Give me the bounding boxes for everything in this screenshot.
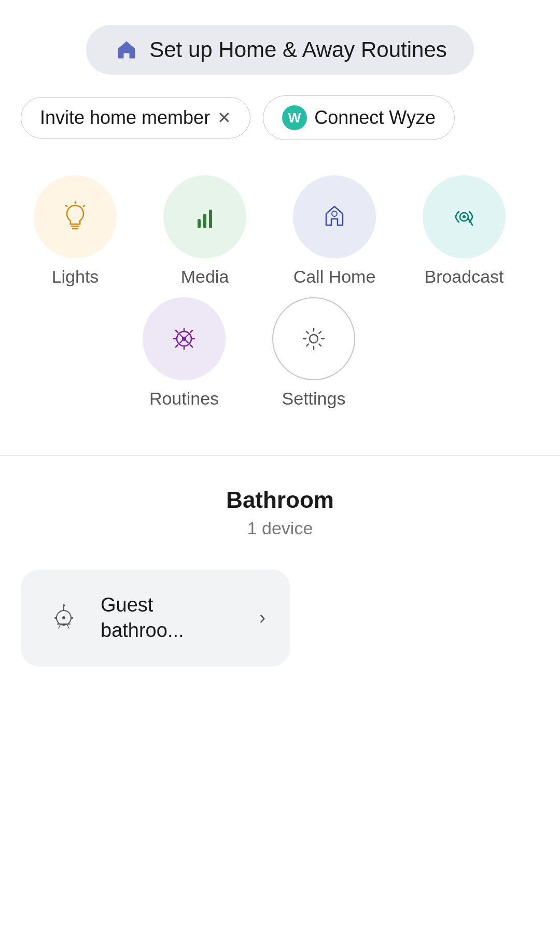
invite-chip-label: Invite home member xyxy=(40,107,210,129)
svg-line-19 xyxy=(190,330,192,333)
broadcast-icon xyxy=(445,198,483,236)
svg-line-27 xyxy=(59,624,61,628)
media-item[interactable]: Media xyxy=(156,175,254,287)
svg-point-23 xyxy=(62,616,65,619)
media-label: Media xyxy=(181,267,229,287)
invite-chip[interactable]: Invite home member ✕ xyxy=(21,97,250,138)
svg-point-21 xyxy=(310,335,318,343)
home-icon xyxy=(113,36,140,63)
chips-row: Invite home member ✕ W Connect Wyze xyxy=(0,95,560,165)
device-chevron-icon: › xyxy=(259,607,265,629)
broadcast-label: Broadcast xyxy=(424,267,503,287)
media-icon xyxy=(186,198,223,236)
svg-line-20 xyxy=(176,345,178,347)
svg-line-17 xyxy=(176,330,178,333)
invite-chip-close[interactable]: ✕ xyxy=(217,108,231,128)
svg-point-31 xyxy=(71,617,73,619)
media-circle xyxy=(163,175,246,258)
wyze-chip[interactable]: W Connect Wyze xyxy=(263,95,455,140)
wyze-logo: W xyxy=(282,105,307,130)
call-home-icon xyxy=(316,198,353,236)
svg-rect-5 xyxy=(198,219,201,228)
guest-bathroom-name: Guest bathroo... xyxy=(101,592,241,644)
svg-point-8 xyxy=(332,211,337,216)
section-subtitle: 1 device xyxy=(0,518,560,538)
device-cards: Guest bathroo... › xyxy=(0,570,560,667)
svg-point-10 xyxy=(463,215,466,218)
svg-rect-7 xyxy=(209,210,212,228)
section-title: Bathroom xyxy=(0,487,560,513)
settings-item[interactable]: Settings xyxy=(264,297,363,409)
svg-line-28 xyxy=(67,624,69,628)
svg-rect-6 xyxy=(203,214,206,228)
broadcast-item[interactable]: Broadcast xyxy=(415,175,513,287)
icon-grid: Lights Media Call Home xyxy=(0,165,560,440)
svg-point-30 xyxy=(63,624,65,626)
lights-circle xyxy=(34,175,117,258)
top-banner[interactable]: Set up Home & Away Routines xyxy=(0,0,560,95)
svg-line-4 xyxy=(83,205,85,206)
ceiling-light-icon xyxy=(46,600,82,636)
wyze-chip-label: Connect Wyze xyxy=(314,107,436,129)
lightbulb-icon xyxy=(57,198,94,236)
section-divider xyxy=(0,455,560,456)
lights-label: Lights xyxy=(52,267,99,287)
routines-item[interactable]: Routines xyxy=(135,297,233,409)
call-home-label: Call Home xyxy=(293,267,376,287)
svg-point-29 xyxy=(54,617,57,619)
lights-item[interactable]: Lights xyxy=(26,175,124,287)
routines-circle xyxy=(143,297,226,380)
routines-label: Routines xyxy=(149,389,219,409)
settings-circle xyxy=(272,297,355,380)
settings-label: Settings xyxy=(282,389,346,409)
icon-row-0: Lights Media Call Home xyxy=(26,175,513,287)
call-home-item[interactable]: Call Home xyxy=(285,175,384,287)
svg-line-3 xyxy=(66,205,67,206)
banner-pill[interactable]: Set up Home & Away Routines xyxy=(86,25,474,75)
settings-icon xyxy=(295,320,332,357)
guest-bathroom-card[interactable]: Guest bathroo... › xyxy=(21,570,290,667)
svg-line-18 xyxy=(190,345,192,347)
routines-icon xyxy=(165,320,203,357)
banner-text: Set up Home & Away Routines xyxy=(149,37,447,62)
call-home-circle xyxy=(293,175,376,258)
icon-row-1: Routines Settings xyxy=(26,297,363,409)
broadcast-circle xyxy=(423,175,506,258)
svg-point-25 xyxy=(63,604,65,606)
